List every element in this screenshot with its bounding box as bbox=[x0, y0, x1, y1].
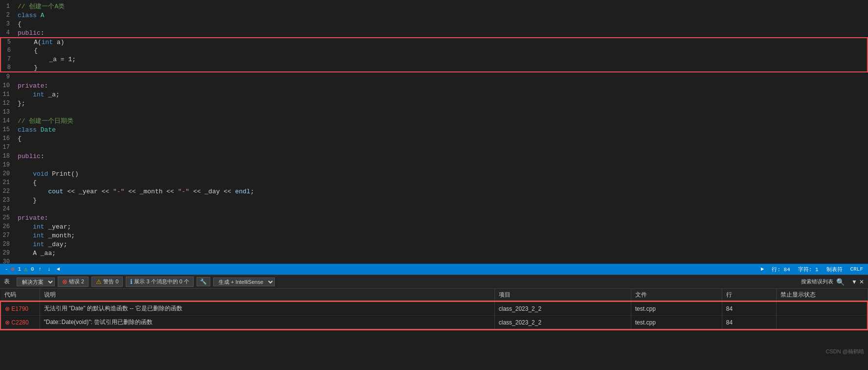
table-row[interactable]: ⊗ E1790无法引用 "Date" 的默认构造函数 -- 它是已删除的函数cl… bbox=[0, 301, 868, 316]
messages-filter-button[interactable]: ℹ 展示 3 个消息中的 0 个 bbox=[126, 277, 193, 287]
error-table-header: 代码 说明 项目 文件 行 禁止显示状态 bbox=[0, 289, 868, 301]
col-suppress: 禁止显示状态 bbox=[777, 289, 868, 301]
code-line: 6 { bbox=[0, 46, 868, 55]
line-number: 29 bbox=[0, 250, 18, 256]
code-line: 25private: bbox=[0, 213, 868, 222]
code-line: 8 } bbox=[0, 64, 868, 72]
code-content: private: bbox=[18, 82, 864, 90]
line-number: 11 bbox=[0, 91, 18, 98]
warning-status-icon: ⚠ bbox=[24, 265, 28, 273]
code-line: 7 _a = 1; bbox=[0, 55, 868, 64]
line-number: 18 bbox=[0, 153, 18, 160]
error-code-cell: ⊗ E1790 bbox=[0, 301, 40, 316]
nav-up-arrow[interactable]: ↑ bbox=[37, 266, 43, 272]
code-line: 5 A(int a) bbox=[0, 37, 868, 46]
char-indicator: 字符: 1 bbox=[798, 266, 819, 273]
info-filter-icon: ℹ bbox=[130, 278, 133, 285]
code-content: A _aa; bbox=[18, 250, 864, 257]
line-number: 15 bbox=[0, 126, 18, 133]
panel-title: 表 bbox=[4, 278, 10, 286]
line-number: 22 bbox=[0, 188, 18, 195]
code-line: 9 bbox=[0, 72, 868, 81]
code-line: 23 } bbox=[0, 196, 868, 205]
error-line-cell: 84 bbox=[722, 316, 777, 330]
search-errors-label: 搜索错误列表 bbox=[801, 278, 833, 285]
code-line: 21 { bbox=[0, 178, 868, 187]
error-suppress-cell bbox=[777, 301, 868, 316]
code-content: // 创建一个日期类 bbox=[18, 116, 864, 125]
search-errors-button[interactable]: 🔍 bbox=[836, 278, 845, 286]
table-row[interactable]: ⊗ C2280"Date::Date(void)": 尝试引用已删除的函数cla… bbox=[0, 316, 868, 330]
code-content: { bbox=[18, 179, 864, 186]
intellisense-icon-btn[interactable]: 🔧 bbox=[197, 277, 210, 286]
line-number: 4 bbox=[0, 29, 18, 36]
code-line: 4public: bbox=[0, 28, 868, 37]
code-content: int _month; bbox=[18, 232, 864, 239]
code-line: 16{ bbox=[0, 134, 868, 143]
code-content: } bbox=[18, 197, 864, 204]
code-content: public: bbox=[18, 29, 864, 37]
panel-pin-button[interactable]: ▼ bbox=[851, 278, 857, 285]
line-number: 16 bbox=[0, 135, 18, 142]
col-description: 说明 bbox=[40, 289, 494, 301]
code-line: 14// 创建一个日期类 bbox=[0, 116, 868, 125]
line-number: 23 bbox=[0, 197, 18, 204]
line-number: 19 bbox=[0, 162, 18, 168]
line-number: 13 bbox=[0, 109, 18, 116]
error-filter-icon: ⊗ bbox=[62, 278, 67, 285]
warnings-filter-button[interactable]: ⚠ 警告 0 bbox=[91, 277, 123, 287]
error-table-container[interactable]: 代码 说明 项目 文件 行 禁止显示状态 ⊗ E1790无法引用 "Date" … bbox=[0, 289, 868, 370]
code-line: 18public: bbox=[0, 152, 868, 161]
line-number: 25 bbox=[0, 214, 18, 221]
col-file: 文件 bbox=[631, 289, 722, 301]
code-content: int _day; bbox=[18, 241, 864, 248]
line-number: 1 bbox=[0, 3, 18, 10]
warning-status-count: 0 bbox=[31, 266, 34, 272]
code-content: class A bbox=[18, 12, 864, 19]
code-line: 1// 创建一个A类 bbox=[0, 2, 868, 11]
error-table-body: ⊗ E1790无法引用 "Date" 的默认构造函数 -- 它是已删除的函数cl… bbox=[0, 301, 868, 329]
line-indicator: 行: 84 bbox=[772, 266, 790, 273]
status-items: - ⊗ 1 ⚠ 0 ↑ ↓ ◄ bbox=[5, 265, 61, 273]
nav-left-arrow[interactable]: ◄ bbox=[55, 266, 62, 272]
line-number: 9 bbox=[0, 73, 18, 80]
error-project-cell: class_2023_2_2 bbox=[494, 316, 631, 330]
code-content: { bbox=[18, 135, 864, 142]
nav-down-arrow[interactable]: ↓ bbox=[46, 266, 52, 272]
messages-label: 展示 3 个消息中的 0 个 bbox=[134, 278, 189, 285]
error-status-count: 1 bbox=[18, 266, 21, 272]
generate-dropdown[interactable]: 生成 + IntelliSense bbox=[213, 278, 275, 286]
code-content: void Print() bbox=[18, 170, 864, 178]
line-number: 28 bbox=[0, 241, 18, 248]
code-content: } bbox=[19, 64, 863, 71]
panel-close-button[interactable]: ✕ bbox=[859, 278, 864, 285]
code-content: public: bbox=[18, 153, 864, 160]
line-number: 2 bbox=[0, 12, 18, 19]
line-number: 14 bbox=[0, 117, 18, 124]
code-line: 30 bbox=[0, 257, 868, 264]
code-content: _a = 1; bbox=[19, 56, 863, 63]
code-line: 11 int _a; bbox=[0, 90, 868, 99]
warning-filter-icon: ⚠ bbox=[96, 278, 102, 285]
col-project: 项目 bbox=[494, 289, 631, 301]
code-line: 3{ bbox=[0, 20, 868, 28]
watermark: CSDN @楠鹤晴 bbox=[826, 348, 864, 355]
code-content: { bbox=[19, 47, 863, 54]
code-line: 26 int _year; bbox=[0, 222, 868, 231]
line-number: 12 bbox=[0, 100, 18, 107]
code-line: 29 A _aa; bbox=[0, 249, 868, 257]
code-container[interactable]: 1// 创建一个A类2class A3{4public:5 A(int a)6 … bbox=[0, 0, 868, 264]
code-line: 20 void Print() bbox=[0, 169, 868, 178]
code-line: 22 cout << _year << "-" << _month << "-"… bbox=[0, 187, 868, 196]
line-number: 7 bbox=[1, 56, 19, 63]
errors-filter-button[interactable]: ⊗ 错误 2 bbox=[58, 277, 89, 287]
line-number: 5 bbox=[1, 39, 19, 46]
error-file-cell: test.cpp bbox=[631, 316, 722, 330]
code-line: 28 int _day; bbox=[0, 240, 868, 249]
arrow-right-icon: ► bbox=[761, 266, 764, 272]
error-code-cell: ⊗ C2280 bbox=[0, 316, 40, 330]
solution-dropdown[interactable]: 解决方案 bbox=[17, 278, 55, 286]
code-content: int _year; bbox=[18, 223, 864, 231]
line-number: 20 bbox=[0, 170, 18, 177]
line-number: 21 bbox=[0, 179, 18, 186]
